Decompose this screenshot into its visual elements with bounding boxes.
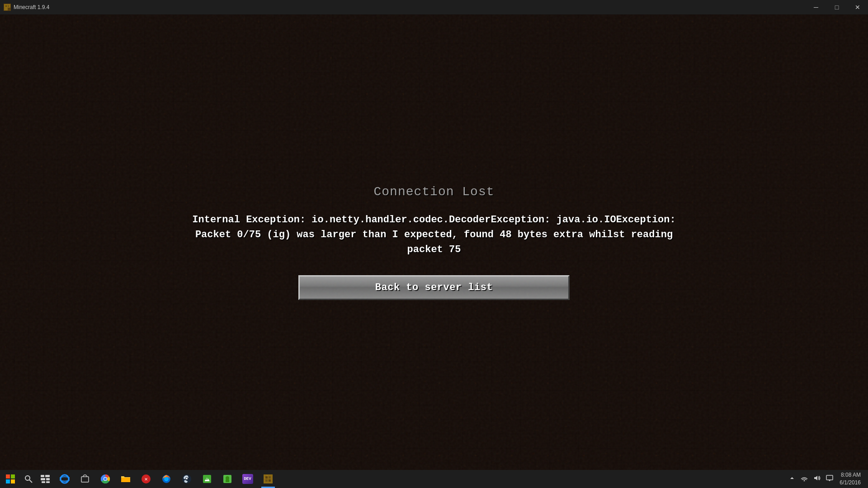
window-title: Minecraft 1.9.4 [14,4,49,10]
svg-rect-7 [11,474,15,479]
green1-icon: ⛰ [202,474,212,484]
taskbar-search-button[interactable] [20,470,36,488]
svg-point-32 [186,478,188,479]
taskbar: ✕ [0,470,868,488]
notification-icon[interactable] [824,473,835,485]
systray-chevron-icon[interactable] [787,473,797,485]
title-bar: Minecraft 1.9.4 ─ □ ✕ [0,0,868,14]
window-controls: ─ □ ✕ [806,0,868,14]
firefox-icon [161,474,172,484]
svg-rect-40 [269,476,271,479]
svg-rect-39 [265,476,268,479]
svg-text:✕: ✕ [144,476,147,483]
error-message: Internal Exception: io.netty.handler.cod… [192,212,675,257]
connection-lost-title: Connection Lost [373,185,494,199]
app-icon [4,4,11,11]
svg-rect-15 [46,478,50,480]
svg-rect-2 [4,8,7,10]
svg-rect-14 [41,478,45,480]
maximize-button[interactable]: □ [826,0,847,14]
svg-point-36 [226,476,229,480]
background-grid [0,14,868,470]
minimize-button[interactable]: ─ [806,0,826,14]
taskbar-app-steam[interactable] [176,470,197,488]
steam-icon [181,474,192,484]
red-app-icon: ✕ [141,474,151,484]
svg-rect-16 [42,481,45,483]
svg-rect-13 [45,475,50,477]
start-button[interactable] [0,470,20,488]
svg-rect-20 [81,477,89,482]
minecraft-icon [263,474,274,484]
taskbar-app-explorer[interactable] [115,470,136,488]
task-view-button[interactable] [36,470,54,488]
svg-rect-46 [826,475,833,480]
clock-date: 6/1/2016 [840,479,861,487]
taskbar-app-firefox[interactable] [156,470,176,488]
title-bar-left: Minecraft 1.9.4 [0,4,49,11]
svg-line-11 [29,480,32,483]
taskbar-app-green1[interactable]: ⛰ [197,470,217,488]
green2-icon [222,474,233,484]
svg-rect-25 [121,478,130,482]
svg-rect-44 [267,475,268,476]
taskbar-app-dev[interactable]: DEV [237,470,258,488]
taskbar-app-red[interactable]: ✕ [136,470,156,488]
taskbar-apps: ✕ [54,470,787,488]
svg-rect-3 [8,8,10,10]
svg-text:⛰: ⛰ [204,477,210,483]
close-button[interactable]: ✕ [847,0,868,14]
explorer-icon [120,474,131,484]
svg-rect-17 [46,481,50,483]
taskbar-app-green2[interactable] [217,470,237,488]
taskbar-app-ie[interactable] [54,470,75,488]
taskbar-app-minecraft[interactable] [258,470,278,488]
systray [787,473,835,485]
svg-rect-9 [11,479,15,483]
volume-icon[interactable] [811,473,822,485]
chrome-icon [100,474,111,484]
taskbar-app-store[interactable] [75,470,95,488]
svg-point-24 [104,478,107,480]
taskbar-app-chrome[interactable] [95,470,115,488]
main-content: Connection Lost Internal Exception: io.n… [0,14,868,470]
svg-point-45 [804,480,805,482]
clock-time: 8:08 AM [840,471,861,479]
svg-rect-5 [8,5,9,7]
back-to-server-list-button[interactable]: Back to server list [298,275,570,300]
svg-rect-41 [265,479,268,482]
svg-rect-43 [264,478,265,479]
taskbar-clock[interactable]: 8:08 AM 6/1/2016 [836,471,864,487]
svg-rect-37 [226,479,229,482]
svg-rect-42 [269,479,271,482]
dev-icon: DEV [242,474,253,484]
svg-rect-6 [6,474,10,479]
game-background: Connection Lost Internal Exception: io.n… [0,14,868,470]
svg-point-10 [25,476,30,480]
svg-rect-38 [264,474,273,483]
svg-rect-4 [5,5,7,7]
taskbar-right: 8:08 AM 6/1/2016 [787,471,868,487]
store-icon [80,474,90,484]
svg-rect-12 [41,475,44,477]
ie-icon [59,474,70,484]
svg-point-18 [61,475,69,483]
network-icon[interactable] [799,473,810,485]
svg-rect-8 [6,479,10,483]
